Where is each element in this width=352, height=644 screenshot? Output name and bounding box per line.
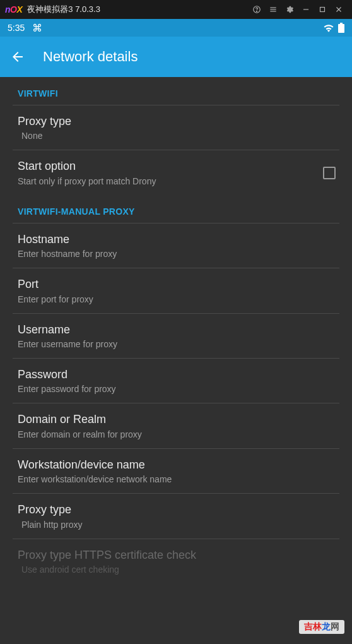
item-title: Port: [18, 277, 339, 292]
battery-icon: [338, 23, 344, 33]
minimize-icon[interactable]: [298, 1, 314, 18]
item-subtitle: Enter domain or realm for proxy: [18, 429, 339, 439]
item-subtitle: Plain http proxy: [18, 520, 339, 530]
item-subtitle: Enter password for proxy: [18, 384, 339, 394]
item-title: Hostname: [18, 232, 339, 247]
status-time: 5:35: [8, 23, 25, 33]
close-icon[interactable]: [331, 1, 347, 18]
item-port[interactable]: Port Enter port for proxy: [0, 268, 352, 313]
item-proxy-type[interactable]: Proxy type None: [0, 105, 352, 150]
emulator-title: 夜神模拟器3 7.0.3.3: [27, 4, 100, 15]
watermark-badge: 吉林龙网: [299, 620, 344, 634]
item-start-option[interactable]: Start option Start only if proxy port ma…: [0, 150, 352, 194]
page-title: Network details: [43, 49, 138, 65]
nox-logo: nOX: [5, 4, 22, 15]
android-status-bar: 5:35 ⌘: [0, 19, 352, 37]
section-header-virtwifi: VIRTWIFI: [0, 77, 352, 105]
item-subtitle: Enter hostname for proxy: [18, 249, 339, 259]
item-title: Domain or Realm: [18, 412, 339, 427]
svg-point-1: [257, 11, 257, 11]
item-hostname[interactable]: Hostname Enter hostname for proxy: [0, 224, 352, 268]
emulator-titlebar: nOX 夜神模拟器3 7.0.3.3: [0, 0, 352, 19]
app-bar: Network details: [0, 37, 352, 77]
item-subtitle: Start only if proxy port match Drony: [18, 176, 323, 186]
wifi-icon: [323, 23, 334, 32]
item-subtitle: Enter port for proxy: [18, 294, 339, 304]
item-workstation[interactable]: Workstation/device name Enter workstatio…: [0, 449, 352, 493]
checkbox-start-option[interactable]: [323, 167, 336, 179]
item-password[interactable]: Password Enter password for proxy: [0, 359, 352, 403]
svg-rect-9: [340, 23, 343, 24]
item-title: Workstation/device name: [18, 458, 339, 472]
item-subtitle: None: [18, 131, 339, 141]
item-subtitle: Use android cert cheking: [18, 564, 339, 575]
settings-icon[interactable]: [281, 1, 298, 18]
item-title: Proxy type HTTPS certificate check: [18, 548, 339, 563]
item-title: Username: [18, 323, 339, 337]
item-title: Password: [18, 367, 339, 382]
svg-rect-10: [338, 24, 344, 33]
help-icon[interactable]: [249, 1, 265, 18]
item-proxy-type-2[interactable]: Proxy type Plain http proxy: [0, 494, 352, 538]
cmd-icon: ⌘: [32, 22, 42, 34]
section-header-manual-proxy: VIRTWIFI-MANUAL PROXY: [0, 195, 352, 223]
settings-list: VIRTWIFI Proxy type None Start option St…: [0, 77, 352, 583]
item-domain[interactable]: Domain or Realm Enter domain or realm fo…: [0, 403, 352, 448]
item-title: Proxy type: [18, 114, 339, 129]
item-title: Proxy type: [18, 503, 339, 517]
menu-icon[interactable]: [265, 1, 281, 18]
item-subtitle: Enter username for proxy: [18, 339, 339, 349]
item-https-cert-check[interactable]: Proxy type HTTPS certificate check Use a…: [0, 539, 352, 583]
svg-rect-6: [320, 8, 325, 12]
item-subtitle: Enter workstation/device network name: [18, 474, 339, 484]
item-username[interactable]: Username Enter username for proxy: [0, 314, 352, 358]
back-icon[interactable]: [10, 49, 25, 64]
maximize-icon[interactable]: [314, 1, 331, 18]
item-title: Start option: [18, 159, 323, 174]
